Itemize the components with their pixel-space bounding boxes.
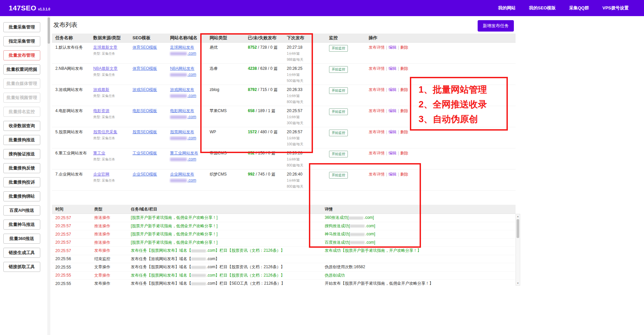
site-link[interactable]: 游戏网站发布 [170, 87, 194, 92]
log-row: 20:25:57 推送操作 [股票开户新手避坑指南，低佣金开户攻略分享！] 搜狗… [52, 222, 516, 231]
template-link[interactable]: 体育SEO模板 [132, 66, 157, 71]
start-monitor-button[interactable]: 开始监控 [329, 45, 348, 52]
col-header-site-name: 网站名称/域名 [167, 35, 206, 41]
delete-link[interactable]: 删除 [400, 151, 408, 155]
source-link[interactable]: 足球最新文章 [93, 45, 117, 50]
publish-detail-link[interactable]: 发布详情 [369, 130, 385, 134]
sidebar-item-360-push[interactable]: 批量360推送 [3, 234, 40, 244]
log-detail: 开始发布【股票开户新手避坑指南，低佣金开户攻略分享！】 [325, 281, 433, 286]
domain-suffix[interactable]: .com [187, 114, 196, 119]
start-monitor-button[interactable]: 开始监控 [329, 130, 348, 136]
edit-link[interactable]: 编辑 [388, 87, 396, 92]
start-monitor-button[interactable]: 开始监控 [329, 66, 348, 73]
publish-detail-link[interactable]: 发布详情 [369, 108, 385, 113]
log-detail: 搜狗推送成功[ [325, 224, 350, 228]
source-link[interactable]: 重工业 [93, 151, 105, 155]
template-link[interactable]: 企业SEO模板 [132, 172, 157, 177]
sidebar-item-sogou-complaint[interactable]: 批量搜狗投诉 [3, 177, 40, 187]
domain-suffix[interactable]: .com [187, 93, 196, 98]
source-link[interactable]: 游戏最新 [93, 87, 109, 92]
pending-failed-count: / 728 / 0 篇 [258, 45, 278, 50]
publish-detail-link[interactable]: 发布详情 [369, 87, 385, 92]
delete-link[interactable]: 删除 [400, 87, 408, 92]
separator: | [386, 130, 387, 134]
edit-link[interactable]: 编辑 [388, 66, 396, 71]
publish-detail-link[interactable]: 发布详情 [369, 172, 385, 177]
delete-link[interactable]: 删除 [400, 172, 408, 177]
domain-suffix[interactable]: .com [187, 136, 196, 140]
redacted-domain [170, 137, 187, 140]
template-link[interactable]: 体育SEO模板 [132, 45, 157, 50]
start-monitor-button[interactable]: 开始监控 [329, 151, 348, 157]
nav-my-sites[interactable]: 我的网站 [491, 2, 522, 14]
domain-suffix[interactable]: .com [187, 157, 196, 161]
start-monitor-button[interactable]: 开始监控 [329, 108, 348, 115]
template-link[interactable]: 游戏SEO模板 [132, 87, 157, 92]
domain-suffix[interactable]: .com [187, 178, 196, 183]
site-link[interactable]: 重工业网站发布 [170, 151, 198, 155]
site-link[interactable]: 电影网站发布 [170, 108, 194, 113]
sidebar-scrollbar[interactable] [47, 16, 50, 335]
sidebar-item-index-query[interactable]: 收录数据查询 [3, 121, 40, 131]
sidebar-item-link-generate[interactable]: 链接生成工具 [3, 248, 40, 258]
source-link[interactable]: 股票信息采集 [93, 130, 117, 134]
scroll-down-icon[interactable]: ▼ [516, 281, 520, 285]
log-detail-suffix: .com] [365, 224, 375, 228]
log-time: 20:25:57 [52, 224, 91, 228]
source-link[interactable]: NBA最新文章 [93, 66, 118, 71]
site-link[interactable]: 足球网站发布 [170, 45, 194, 50]
sidebar-item-keyword-mining[interactable]: 批量权重词挖掘 [3, 64, 40, 75]
publish-detail-link[interactable]: 发布详情 [369, 151, 385, 155]
sidebar-item-shenma-push[interactable]: 批量神马推送 [3, 220, 40, 230]
sidebar-item-rank-monitor[interactable]: 批量排名监控 [3, 107, 40, 117]
edit-link[interactable]: 编辑 [388, 151, 396, 155]
nav-qq-group[interactable]: 采集QQ群 [562, 2, 596, 14]
sidebar-item-batch-publish-manage[interactable]: 批量发布管理 [3, 50, 40, 60]
publish-detail-link[interactable]: 发布详情 [369, 45, 385, 50]
sidebar-item-baidu-api-push[interactable]: 百度API推送 [3, 205, 40, 216]
delete-link[interactable]: 删除 [400, 130, 408, 134]
log-scrollbar-thumb[interactable] [517, 219, 519, 238]
delete-link[interactable]: 删除 [400, 108, 408, 113]
sidebar-item-sogou-feedback[interactable]: 批量搜狗反馈 [3, 163, 40, 173]
daily-limit: 800篇/每天 [287, 184, 326, 189]
sidebar-item-media-manage[interactable]: 批量自媒体管理 [3, 79, 40, 89]
publish-detail-link[interactable]: 发布详情 [369, 66, 385, 71]
separator: | [386, 151, 387, 155]
source-link[interactable]: 企业官网 [93, 172, 109, 177]
template-link[interactable]: 股票SEO模板 [132, 130, 157, 134]
domain-suffix[interactable]: .com [187, 51, 196, 56]
edit-link[interactable]: 编辑 [388, 108, 396, 113]
sidebar-scrollbar-thumb[interactable] [48, 17, 50, 44]
sidebar-item-sogou-push[interactable]: 批量搜狗推送 [3, 135, 40, 145]
edit-link[interactable]: 编辑 [388, 130, 396, 134]
edit-link[interactable]: 编辑 [388, 172, 396, 177]
template-link[interactable]: 电影SEO模板 [132, 108, 157, 113]
nav-vps-settings[interactable]: VPS拨号设置 [596, 2, 635, 14]
redacted-domain [350, 241, 365, 244]
source-link[interactable]: 电影资源 [93, 108, 109, 113]
site-link[interactable]: 企业网站发布 [170, 172, 194, 177]
start-monitor-button[interactable]: 开始监控 [329, 87, 348, 94]
log-task-suffix: .com】栏目【SEO工具（文档：2126条）】 [207, 281, 285, 286]
start-monitor-button[interactable]: 开始监控 [329, 172, 348, 179]
site-link[interactable]: NBA网站发布 [170, 66, 195, 71]
add-publish-task-button[interactable]: 新增发布任务 [478, 20, 514, 32]
delete-link[interactable]: 删除 [400, 45, 408, 50]
domain-suffix[interactable]: .com [187, 72, 196, 77]
sidebar-item-batch-collect-manage[interactable]: 批量采集管理 [3, 22, 40, 32]
sidebar-item-sogou-verify-push[interactable]: 搜狗验证推送 [3, 149, 40, 159]
sidebar-item-link-fetch[interactable]: 链接抓取工具 [3, 262, 40, 272]
log-scrollbar[interactable]: ▲ ▼ [516, 214, 520, 286]
template-link[interactable]: 工业SEO模板 [132, 151, 157, 155]
scroll-up-icon[interactable]: ▲ [516, 214, 520, 219]
delete-link[interactable]: 删除 [400, 66, 408, 71]
nav-my-seo-templates[interactable]: 我的SEO模版 [522, 2, 562, 14]
sidebar-item-sogou-bind[interactable]: 批量搜狗绑站 [3, 191, 40, 201]
cms-type: WP [206, 130, 245, 135]
site-link[interactable]: 股票网站发布 [170, 130, 194, 134]
sidebar-item-specified-collect-manage[interactable]: 指定采集管理 [3, 36, 40, 46]
edit-link[interactable]: 编辑 [388, 45, 396, 50]
cms-type: 迅睿 [206, 66, 245, 71]
sidebar-item-short-video-manage[interactable]: 批量短视频管理 [3, 93, 40, 103]
